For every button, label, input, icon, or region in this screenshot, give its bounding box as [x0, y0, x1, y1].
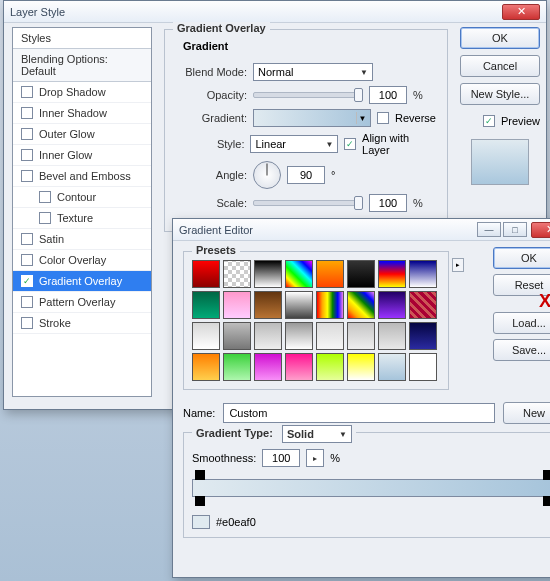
style-checkbox[interactable]	[21, 254, 33, 266]
style-item-inner-shadow[interactable]: Inner Shadow	[13, 103, 151, 124]
name-input[interactable]: Custom	[223, 403, 495, 423]
style-checkbox[interactable]	[21, 317, 33, 329]
blending-options-row[interactable]: Blending Options: Default	[13, 49, 151, 82]
style-item-label: Bevel and Emboss	[39, 170, 131, 182]
style-checkbox[interactable]	[21, 149, 33, 161]
preset-swatch[interactable]	[316, 322, 344, 350]
preset-swatch[interactable]	[192, 353, 220, 381]
style-checkbox[interactable]	[21, 86, 33, 98]
angle-value[interactable]: 90	[287, 166, 325, 184]
style-item-satin[interactable]: Satin	[13, 229, 151, 250]
preset-swatch[interactable]	[223, 260, 251, 288]
styles-header[interactable]: Styles	[13, 28, 151, 49]
reverse-label: Reverse	[395, 112, 436, 124]
ge-ok-button[interactable]: OK	[493, 247, 550, 269]
preset-swatch[interactable]	[285, 291, 313, 319]
preset-swatch[interactable]	[192, 260, 220, 288]
style-item-inner-glow[interactable]: Inner Glow	[13, 145, 151, 166]
preset-swatch[interactable]	[223, 291, 251, 319]
opacity-value[interactable]: 100	[369, 86, 407, 104]
layer-style-titlebar[interactable]: Layer Style ✕	[4, 1, 546, 23]
preset-swatch[interactable]	[347, 260, 375, 288]
style-item-texture[interactable]: Texture	[13, 208, 151, 229]
opacity-percent: %	[413, 89, 423, 101]
preset-swatch[interactable]	[347, 291, 375, 319]
preset-swatch[interactable]	[409, 260, 437, 288]
preset-swatch[interactable]	[347, 353, 375, 381]
style-item-pattern-overlay[interactable]: Pattern Overlay	[13, 292, 151, 313]
gradient-bar[interactable]	[192, 479, 550, 497]
style-label: Style:	[175, 138, 244, 150]
opacity-stop-right[interactable]	[543, 470, 550, 480]
preset-swatch[interactable]	[378, 322, 406, 350]
style-checkbox[interactable]	[21, 296, 33, 308]
opacity-slider[interactable]	[253, 92, 363, 98]
preset-swatch[interactable]	[285, 353, 313, 381]
preset-swatch[interactable]	[378, 260, 406, 288]
opacity-stop-left[interactable]	[195, 470, 205, 480]
minimize-icon[interactable]: —	[477, 222, 501, 237]
close-icon[interactable]: ✕	[502, 4, 540, 20]
preset-swatch[interactable]	[316, 291, 344, 319]
style-item-outer-glow[interactable]: Outer Glow	[13, 124, 151, 145]
reverse-checkbox[interactable]	[377, 112, 389, 124]
preset-swatch[interactable]	[254, 353, 282, 381]
stop-color-swatch[interactable]	[192, 515, 210, 529]
preset-swatch[interactable]	[409, 353, 437, 381]
new-gradient-button[interactable]: New	[503, 402, 550, 424]
scale-value[interactable]: 100	[369, 194, 407, 212]
color-stop-right[interactable]	[543, 496, 550, 506]
preset-swatch[interactable]	[347, 322, 375, 350]
close-icon[interactable]: ✕	[531, 222, 550, 238]
preset-swatch[interactable]	[378, 353, 406, 381]
preset-swatch[interactable]	[223, 322, 251, 350]
style-item-gradient-overlay[interactable]: ✓Gradient Overlay	[13, 271, 151, 292]
preset-swatch[interactable]	[378, 291, 406, 319]
cancel-button[interactable]: Cancel	[460, 55, 540, 77]
preset-swatch[interactable]	[409, 322, 437, 350]
presets-menu-icon[interactable]: ▸	[452, 258, 464, 272]
style-item-bevel-and-emboss[interactable]: Bevel and Emboss	[13, 166, 151, 187]
preset-swatch[interactable]	[223, 353, 251, 381]
preset-swatch[interactable]	[285, 322, 313, 350]
ge-load-button[interactable]: Load...	[493, 312, 550, 334]
preset-swatch[interactable]	[254, 260, 282, 288]
blend-mode-select[interactable]: Normal▼	[253, 63, 373, 81]
preset-swatch[interactable]	[316, 353, 344, 381]
style-item-drop-shadow[interactable]: Drop Shadow	[13, 82, 151, 103]
new-style-button[interactable]: New Style...	[460, 83, 540, 105]
angle-dial[interactable]	[253, 161, 281, 189]
style-item-color-overlay[interactable]: Color Overlay	[13, 250, 151, 271]
preset-swatch[interactable]	[192, 291, 220, 319]
style-item-contour[interactable]: Contour	[13, 187, 151, 208]
style-checkbox[interactable]	[21, 170, 33, 182]
gradient-editor-titlebar[interactable]: Gradient Editor — □ ✕	[173, 219, 550, 241]
scale-slider[interactable]	[253, 200, 363, 206]
style-checkbox[interactable]	[21, 233, 33, 245]
smoothness-stepper[interactable]: ▸	[306, 449, 324, 467]
preset-swatch[interactable]	[409, 291, 437, 319]
preview-checkbox[interactable]: ✓	[483, 115, 495, 127]
style-checkbox[interactable]	[39, 212, 51, 224]
style-checkbox[interactable]	[21, 107, 33, 119]
style-select[interactable]: Linear▼	[250, 135, 338, 153]
ok-button[interactable]: OK	[460, 27, 540, 49]
preset-swatch[interactable]	[254, 291, 282, 319]
align-checkbox[interactable]: ✓	[344, 138, 356, 150]
style-checkbox[interactable]	[21, 128, 33, 140]
ge-save-button[interactable]: Save...	[493, 339, 550, 361]
gradient-picker[interactable]: ▼	[253, 109, 371, 127]
smoothness-value[interactable]: 100	[262, 449, 300, 467]
preset-swatch[interactable]	[316, 260, 344, 288]
color-stop-left[interactable]	[195, 496, 205, 506]
gradient-type-select[interactable]: Solid▼	[282, 425, 352, 443]
style-checkbox[interactable]: ✓	[21, 275, 33, 287]
preset-swatch[interactable]	[192, 322, 220, 350]
ge-reset-button[interactable]: Reset	[493, 274, 550, 296]
style-item-stroke[interactable]: Stroke	[13, 313, 151, 334]
preset-swatch[interactable]	[254, 322, 282, 350]
layer-style-title: Layer Style	[10, 6, 65, 18]
maximize-icon[interactable]: □	[503, 222, 527, 237]
preset-swatch[interactable]	[285, 260, 313, 288]
style-checkbox[interactable]	[39, 191, 51, 203]
